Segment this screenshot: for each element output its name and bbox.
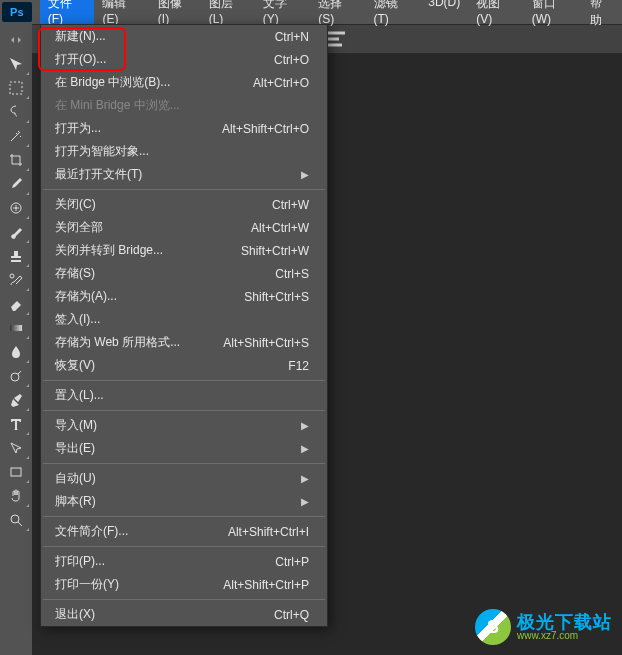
watermark-name: 极光下载站 — [517, 613, 612, 631]
menu-item-shortcut: Alt+Shift+Ctrl+S — [223, 336, 309, 350]
history-brush-tool[interactable] — [2, 268, 30, 292]
menu-item-label: 最近打开文件(T) — [55, 166, 142, 183]
menu-8[interactable]: 视图(V) — [468, 0, 523, 32]
submenu-arrow-icon: ▶ — [301, 420, 309, 431]
menu-item-shortcut: Ctrl+P — [275, 555, 309, 569]
menu-item-label: 置入(L)... — [55, 387, 104, 404]
file-menu-item[interactable]: 最近打开文件(T)▶ — [41, 163, 327, 186]
menu-item-label: 关闭并转到 Bridge... — [55, 242, 163, 259]
menu-item-shortcut: Alt+Shift+Ctrl+O — [222, 122, 309, 136]
path-select-tool[interactable] — [2, 436, 30, 460]
file-menu-item[interactable]: 存储为 Web 所用格式...Alt+Shift+Ctrl+S — [41, 331, 327, 354]
dodge-tool[interactable] — [2, 364, 30, 388]
submenu-arrow-icon: ▶ — [301, 443, 309, 454]
magic-wand-tool[interactable] — [2, 124, 30, 148]
pen-tool[interactable] — [2, 388, 30, 412]
file-menu-item[interactable]: 导出(E)▶ — [41, 437, 327, 460]
menu-item-shortcut: Alt+Shift+Ctrl+I — [228, 525, 309, 539]
menu-separator — [43, 189, 325, 190]
menu-item-label: 打开为... — [55, 120, 101, 137]
eraser-tool[interactable] — [2, 292, 30, 316]
menu-item-shortcut: Ctrl+W — [272, 198, 309, 212]
menu-item-label: 导入(M) — [55, 417, 97, 434]
menu-item-label: 自动(U) — [55, 470, 96, 487]
menu-item-label: 在 Mini Bridge 中浏览... — [55, 97, 180, 114]
marquee-tool[interactable] — [2, 76, 30, 100]
submenu-arrow-icon: ▶ — [301, 496, 309, 507]
menu-10[interactable]: 帮助 — [582, 0, 622, 32]
file-menu-item[interactable]: 打开为智能对象... — [41, 140, 327, 163]
svg-point-40 — [11, 373, 19, 381]
menu-item-label: 打开(O)... — [55, 51, 106, 68]
svg-rect-36 — [10, 82, 22, 94]
file-menu-item[interactable]: 签入(I)... — [41, 308, 327, 331]
menubar: Ps 文件(F)编辑(E)图像(I)图层(L)文字(Y)选择(S)滤镜(T)3D… — [0, 0, 622, 24]
menu-separator — [43, 410, 325, 411]
file-menu-dropdown: 新建(N)...Ctrl+N打开(O)...Ctrl+O在 Bridge 中浏览… — [40, 24, 328, 627]
eyedropper-tool[interactable] — [2, 172, 30, 196]
file-menu-item[interactable]: 打印(P)...Ctrl+P — [41, 550, 327, 573]
file-menu-item[interactable]: 导入(M)▶ — [41, 414, 327, 437]
menu-item-shortcut: Shift+Ctrl+S — [244, 290, 309, 304]
menu-separator — [43, 546, 325, 547]
svg-rect-34 — [327, 38, 339, 41]
crop-tool[interactable] — [2, 148, 30, 172]
menu-item-label: 在 Bridge 中浏览(B)... — [55, 74, 170, 91]
svg-rect-33 — [327, 32, 345, 35]
file-menu-item[interactable]: 退出(X)Ctrl+Q — [41, 603, 327, 626]
menu-item-label: 打印一份(Y) — [55, 576, 119, 593]
menu-item-shortcut: Ctrl+N — [275, 30, 309, 44]
submenu-arrow-icon: ▶ — [301, 473, 309, 484]
menu-item-label: 关闭全部 — [55, 219, 103, 236]
zoom-tool[interactable] — [2, 508, 30, 532]
file-menu-item[interactable]: 打印一份(Y)Alt+Shift+Ctrl+P — [41, 573, 327, 596]
gradient-tool[interactable] — [2, 316, 30, 340]
healing-tool[interactable] — [2, 196, 30, 220]
file-menu-item[interactable]: 新建(N)...Ctrl+N — [41, 25, 327, 48]
menu-item-label: 导出(E) — [55, 440, 95, 457]
menu-item-shortcut: Ctrl+Q — [274, 608, 309, 622]
file-menu-item[interactable]: 关闭全部Alt+Ctrl+W — [41, 216, 327, 239]
menu-item-shortcut: Ctrl+O — [274, 53, 309, 67]
menu-item-shortcut: Shift+Ctrl+W — [241, 244, 309, 258]
file-menu-item[interactable]: 置入(L)... — [41, 384, 327, 407]
tools-panel — [0, 24, 32, 655]
menu-separator — [43, 516, 325, 517]
watermark: S 极光下载站 www.xz7.com — [475, 609, 612, 645]
file-menu-item[interactable]: 关闭(C)Ctrl+W — [41, 193, 327, 216]
file-menu-item[interactable]: 关闭并转到 Bridge...Shift+Ctrl+W — [41, 239, 327, 262]
blur-tool[interactable] — [2, 340, 30, 364]
file-menu-item[interactable]: 打开为...Alt+Shift+Ctrl+O — [41, 117, 327, 140]
rectangle-tool[interactable] — [2, 460, 30, 484]
menu-item-label: 恢复(V) — [55, 357, 95, 374]
menu-7[interactable]: 3D(D) — [420, 0, 468, 32]
stamp-tool[interactable] — [2, 244, 30, 268]
submenu-arrow-icon: ▶ — [301, 169, 309, 180]
menu-6[interactable]: 滤镜(T) — [366, 0, 421, 32]
file-menu-item[interactable]: 文件简介(F)...Alt+Shift+Ctrl+I — [41, 520, 327, 543]
menu-item-label: 打开为智能对象... — [55, 143, 149, 160]
panel-grip-icon[interactable] — [2, 28, 30, 52]
menu-separator — [43, 380, 325, 381]
menu-item-label: 新建(N)... — [55, 28, 106, 45]
file-menu-item[interactable]: 恢复(V)F12 — [41, 354, 327, 377]
brush-tool[interactable] — [2, 220, 30, 244]
svg-rect-39 — [10, 325, 22, 331]
move-tool[interactable] — [2, 52, 30, 76]
lasso-tool[interactable] — [2, 100, 30, 124]
file-menu-item[interactable]: 自动(U)▶ — [41, 467, 327, 490]
svg-point-38 — [10, 274, 14, 278]
watermark-url: www.xz7.com — [517, 631, 612, 641]
type-tool[interactable] — [2, 412, 30, 436]
menu-9[interactable]: 窗口(W) — [524, 0, 583, 32]
file-menu-item[interactable]: 存储(S)Ctrl+S — [41, 262, 327, 285]
file-menu-item[interactable]: 打开(O)...Ctrl+O — [41, 48, 327, 71]
menu-item-label: 签入(I)... — [55, 311, 100, 328]
svg-rect-41 — [11, 468, 21, 476]
menu-item-shortcut: Alt+Ctrl+O — [253, 76, 309, 90]
app-logo: Ps — [2, 2, 32, 22]
file-menu-item[interactable]: 在 Bridge 中浏览(B)...Alt+Ctrl+O — [41, 71, 327, 94]
file-menu-item[interactable]: 存储为(A)...Shift+Ctrl+S — [41, 285, 327, 308]
hand-tool[interactable] — [2, 484, 30, 508]
file-menu-item[interactable]: 脚本(R)▶ — [41, 490, 327, 513]
